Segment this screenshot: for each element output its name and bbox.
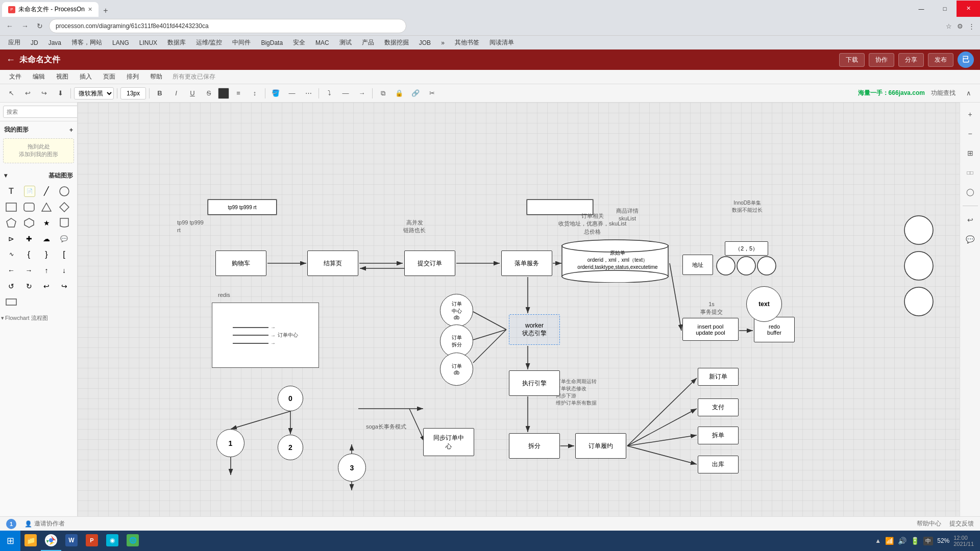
start-button[interactable]: ⊞: [0, 531, 20, 551]
shape-callout[interactable]: 💬: [57, 232, 71, 246]
publish-btn[interactable]: 发布: [928, 53, 953, 67]
font-size-input[interactable]: [120, 87, 146, 99]
maximize-btn[interactable]: □: [933, 1, 957, 17]
arrow-btn[interactable]: →: [355, 86, 369, 101]
circle-order-center-db[interactable]: 订单中心db: [440, 294, 473, 327]
box-split2[interactable]: 拆单: [698, 427, 739, 444]
bookmark-java[interactable]: Java: [44, 38, 65, 47]
straight-line-btn[interactable]: —: [338, 86, 353, 101]
strikethrough-btn[interactable]: S: [202, 86, 216, 101]
zoom-in-btn[interactable]: +: [963, 107, 978, 122]
order-center-box[interactable]: → → 订单中心 →: [212, 303, 319, 368]
taskbar-explorer[interactable]: 📁: [20, 531, 41, 551]
line-style-btn[interactable]: ⋯: [301, 86, 315, 101]
shape-chevron[interactable]: ⊳: [4, 232, 18, 246]
canvas-bg[interactable]: tp99 tp999 rt tp99 tp999rt 高并发链路也长 订单相关收…: [78, 103, 960, 551]
zoom-out-btn[interactable]: −: [963, 126, 978, 141]
bookmark-reading[interactable]: 阅读清单: [485, 37, 518, 48]
bookmark-test[interactable]: 测试: [335, 37, 356, 48]
shape-cloud[interactable]: ☁: [39, 232, 54, 246]
connection-style-btn[interactable]: ⤵: [322, 86, 336, 101]
basic-shapes-header[interactable]: ▾ 基础图形: [3, 169, 74, 182]
shape-diamond[interactable]: [57, 200, 71, 214]
shape-arrow-up[interactable]: ↑: [39, 263, 54, 278]
menu-view[interactable]: 视图: [51, 70, 74, 83]
shape-rounded-rect[interactable]: [22, 200, 36, 214]
nav-refresh-btn[interactable]: ↻: [35, 21, 45, 31]
undo-btn[interactable]: ↩: [20, 86, 35, 101]
bookmark-product[interactable]: 产品: [358, 37, 378, 48]
shape-wavy[interactable]: ∿: [4, 247, 18, 262]
shape-document[interactable]: [57, 216, 71, 230]
menu-insert[interactable]: 插入: [75, 70, 97, 83]
shape-star[interactable]: ★: [39, 216, 54, 230]
battery-icon[interactable]: 🔋: [911, 537, 919, 545]
bookmark-jd[interactable]: JD: [27, 38, 42, 47]
close-btn[interactable]: ✕: [957, 1, 980, 17]
collaborate-btn[interactable]: 协作: [869, 53, 894, 67]
box-split[interactable]: 拆分: [509, 433, 560, 459]
box-sync-order-center[interactable]: 同步订单中心: [423, 428, 474, 456]
fit-page-btn[interactable]: ⊞: [963, 145, 978, 161]
shape-arrow-right[interactable]: →: [22, 263, 36, 278]
shape-rect[interactable]: [4, 200, 18, 214]
cursor-tool[interactable]: ↖: [4, 86, 18, 101]
bookmark-apps[interactable]: 应用: [4, 37, 24, 48]
bookmark-mac[interactable]: MAC: [311, 38, 333, 47]
shape-line[interactable]: ╱: [39, 184, 54, 198]
box-order-contract[interactable]: 订单履约: [575, 433, 626, 459]
box-new-order[interactable]: 新订单: [698, 368, 739, 386]
note-box-tp99[interactable]: tp99 tp999 rt: [208, 199, 277, 215]
address-bar[interactable]: [49, 19, 406, 33]
bookmark-security[interactable]: 安全: [289, 37, 309, 48]
shape-bracket-r[interactable]: }: [39, 247, 54, 262]
font-select[interactable]: 微软雅黑: [74, 87, 114, 99]
box-insert-pool[interactable]: insert poolupdate pool: [682, 318, 739, 341]
redo-btn[interactable]: ↪: [37, 86, 51, 101]
circle-0[interactable]: 0: [278, 386, 303, 411]
taskbar-app6[interactable]: 🌐: [122, 531, 143, 551]
feedback-link[interactable]: 提交反馈: [949, 519, 974, 528]
active-tab[interactable]: P 未命名文件 - ProcessOn ✕: [2, 2, 99, 17]
bookmark-linux[interactable]: LINUX: [135, 38, 161, 47]
back-icon[interactable]: ←: [6, 55, 15, 65]
taskbar-chrome[interactable]: [41, 531, 61, 551]
circle-order-db[interactable]: 订单db: [440, 353, 473, 386]
collapse-btn[interactable]: ∧: [962, 86, 976, 101]
nav-forward-btn[interactable]: →: [19, 21, 31, 31]
tab-close-btn[interactable]: ✕: [88, 6, 92, 13]
box-n25[interactable]: （2，5）: [725, 241, 768, 256]
help-link[interactable]: 帮助中心: [917, 519, 941, 528]
bookmark-bigdata[interactable]: BigData: [257, 38, 287, 47]
taskbar-ppt[interactable]: P: [82, 531, 102, 551]
box-worker[interactable]: worker状态引擎: [509, 314, 560, 345]
shape-small-rect[interactable]: [4, 295, 18, 309]
shape-cross[interactable]: ✚: [22, 232, 36, 246]
align-left-btn[interactable]: ≡: [231, 86, 246, 101]
search-input[interactable]: [3, 106, 78, 118]
more-btn[interactable]: ✂: [425, 86, 439, 101]
new-tab-button[interactable]: +: [100, 5, 112, 17]
download-btn[interactable]: 下载: [839, 53, 865, 67]
shape-text[interactable]: T: [4, 184, 18, 198]
shape-s-right[interactable]: ↪: [57, 279, 71, 293]
rp-btn-4[interactable]: □□: [963, 165, 978, 180]
shape-triangle[interactable]: [39, 200, 54, 214]
user-avatar[interactable]: 已: [958, 52, 974, 68]
extension-icon[interactable]: ⚙: [956, 21, 964, 31]
minimize-btn[interactable]: —: [910, 1, 933, 17]
shape-note[interactable]: 📄: [24, 186, 35, 197]
shape-arrow-left[interactable]: ←: [4, 263, 18, 278]
shape-curve-left[interactable]: ↺: [4, 279, 18, 293]
line-color-btn[interactable]: —: [285, 86, 299, 101]
bookmark-job[interactable]: JOB: [415, 38, 435, 47]
bookmark-ops[interactable]: 运维/监控: [192, 37, 226, 48]
bold-btn[interactable]: B: [153, 86, 167, 101]
bookmark-datamining[interactable]: 数据挖掘: [380, 37, 413, 48]
box-warehouse[interactable]: 出库: [698, 456, 739, 473]
taskbar-app5[interactable]: ◉: [102, 531, 122, 551]
canvas-area[interactable]: tp99 tp999 rt tp99 tp999rt 高并发链路也长 订单相关收…: [78, 103, 960, 551]
menu-page[interactable]: 页面: [98, 70, 120, 83]
link-btn[interactable]: 🔗: [408, 86, 423, 101]
shape-bracket-l[interactable]: {: [22, 247, 36, 262]
